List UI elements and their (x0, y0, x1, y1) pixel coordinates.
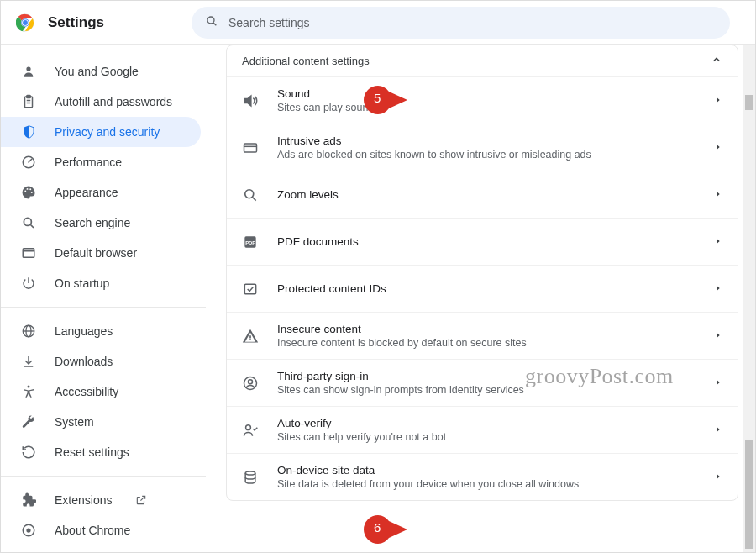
sidebar-item-accessibility[interactable]: Accessibility (1, 377, 201, 407)
row-title: Intrusive ads (277, 134, 696, 147)
sidebar-item-label: Autofill and passwords (55, 95, 172, 108)
settings-row-on-device-site-data[interactable]: On-device site dataSite data is deleted … (227, 453, 738, 500)
row-subtitle: Sites can play sound (277, 102, 696, 113)
sidebar-item-label: Privacy and security (55, 125, 160, 139)
svg-point-14 (29, 188, 31, 190)
browser-icon (21, 245, 36, 261)
globe-icon (21, 324, 36, 339)
chevron-up-icon (711, 54, 722, 68)
svg-point-13 (27, 188, 29, 190)
row-text: Protected content IDs (277, 282, 696, 295)
divider (1, 476, 206, 477)
row-text: PDF documents (277, 235, 696, 248)
gauge-icon (21, 155, 36, 170)
sidebar-item-system[interactable]: System (1, 407, 201, 437)
row-subtitle: Site data is deleted from your device wh… (277, 478, 696, 490)
settings-row-intrusive-ads[interactable]: Intrusive adsAds are blocked on sites kn… (227, 124, 738, 171)
sidebar-item-appearance[interactable]: Appearance (1, 177, 201, 208)
row-text: SoundSites can play sound (277, 87, 696, 113)
svg-rect-8 (27, 96, 31, 98)
chevron-right-icon (714, 471, 722, 483)
sidebar-item-search-engine[interactable]: Search engine (1, 208, 201, 238)
row-title: Sound (277, 87, 696, 100)
row-text: Intrusive adsAds are blocked on sites kn… (277, 134, 696, 161)
identity-icon (242, 375, 259, 392)
settings-row-third-party-sign-in[interactable]: Third-party sign-inSites can show sign-i… (227, 359, 738, 406)
content-panel: Additional content settings SoundSites c… (206, 45, 755, 552)
extension-icon (21, 492, 36, 508)
settings-row-sound[interactable]: SoundSites can play sound (227, 76, 738, 124)
svg-point-16 (24, 218, 31, 225)
search-input[interactable]: Search settings (192, 7, 730, 39)
additional-content-settings-card: Additional content settings SoundSites c… (226, 45, 738, 501)
sidebar-item-default-browser[interactable]: Default browser (1, 238, 201, 268)
chevron-right-icon (714, 329, 722, 342)
chevron-right-icon (714, 188, 722, 201)
sidebar-item-label: System (55, 415, 94, 429)
sidebar-item-label: Accessibility (55, 385, 118, 398)
sidebar-item-you-and-google[interactable]: You and Google (1, 56, 201, 87)
search-icon (21, 215, 36, 230)
sidebar-item-extensions[interactable]: Extensions (1, 485, 201, 515)
svg-point-3 (23, 20, 28, 25)
row-text: Third-party sign-inSites can show sign-i… (277, 370, 696, 396)
search-placeholder: Search settings (228, 16, 310, 29)
chevron-right-icon (714, 424, 722, 436)
divider (1, 307, 206, 308)
settings-row-insecure-content[interactable]: Insecure contentInsecure content is bloc… (227, 312, 738, 359)
settings-row-pdf-documents[interactable]: PDFPDF documents (227, 218, 738, 265)
sidebar-item-label: About Chrome (55, 524, 130, 537)
zoom-icon (242, 187, 259, 203)
row-text: Zoom levels (277, 188, 696, 201)
header-bar: Settings Search settings (1, 1, 755, 45)
svg-point-24 (28, 386, 30, 388)
row-subtitle: Sites can help verify you're not a bot (277, 431, 696, 443)
sidebar-item-languages[interactable]: Languages (1, 316, 201, 346)
sidebar-item-autofill-and-passwords[interactable]: Autofill and passwords (1, 87, 201, 117)
settings-row-auto-verify[interactable]: Auto-verifySites can help verify you're … (227, 406, 738, 453)
palette-icon (21, 185, 36, 200)
sidebar-item-label: You and Google (55, 65, 139, 78)
power-icon (21, 276, 36, 291)
clipboard-icon (21, 94, 36, 109)
accessibility-icon (21, 384, 36, 399)
sidebar-item-about-chrome[interactable]: About Chrome (1, 515, 201, 545)
warning-icon (242, 328, 259, 345)
shield-icon (21, 124, 36, 140)
svg-point-26 (26, 528, 30, 532)
download-icon (21, 354, 36, 369)
sidebar-item-label: Appearance (55, 186, 118, 199)
sidebar-item-downloads[interactable]: Downloads (1, 346, 201, 377)
scrollbar-track[interactable] (743, 45, 755, 552)
sidebar-item-reset-settings[interactable]: Reset settings (1, 437, 201, 467)
wrench-icon (21, 414, 36, 429)
scrollbar-thumb[interactable] (745, 440, 753, 549)
row-title: Third-party sign-in (277, 370, 696, 382)
chevron-right-icon (714, 282, 722, 295)
svg-rect-27 (244, 144, 257, 152)
svg-rect-18 (23, 249, 34, 258)
settings-row-zoom-levels[interactable]: Zoom levels (227, 171, 738, 218)
sidebar-item-on-startup[interactable]: On startup (1, 268, 201, 298)
storage-icon (242, 469, 259, 486)
sidebar-item-label: Languages (55, 324, 113, 338)
sidebar-item-label: On startup (55, 276, 109, 290)
row-subtitle: Sites can show sign-in prompts from iden… (277, 384, 696, 396)
search-icon (205, 14, 218, 30)
svg-line-17 (30, 224, 34, 228)
sound-icon (242, 92, 259, 109)
svg-point-29 (245, 189, 254, 198)
svg-point-12 (24, 191, 26, 192)
sidebar-item-performance[interactable]: Performance (1, 147, 201, 177)
sidebar-item-privacy-and-security[interactable]: Privacy and security (1, 117, 201, 147)
protected-icon (242, 281, 259, 298)
card-header-toggle[interactable]: Additional content settings (227, 45, 738, 76)
sidebar-item-label: Downloads (55, 355, 113, 368)
settings-row-protected-content-ids[interactable]: Protected content IDs (227, 265, 738, 312)
scrollbar-thumb-small[interactable] (745, 95, 753, 110)
autoverify-icon (242, 422, 259, 439)
svg-rect-33 (244, 284, 255, 294)
sidebar-item-label: Reset settings (55, 445, 129, 459)
row-title: Auto-verify (277, 417, 696, 429)
row-subtitle: Insecure content is blocked by default o… (277, 337, 696, 349)
